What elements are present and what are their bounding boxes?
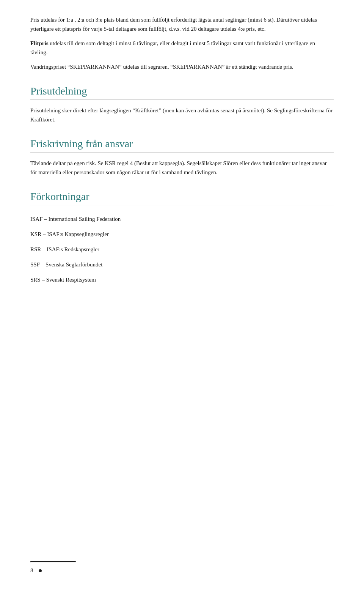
section-friskrivning-divider xyxy=(30,152,334,153)
section-friskrivning-text1: Tävlande deltar på egen risk. Se KSR reg… xyxy=(30,159,334,177)
section-prisutdelning-text: Prisutdelning sker direkt efter långsegl… xyxy=(30,106,334,124)
section-forkortningar: Förkortningar ISAF – International Saili… xyxy=(30,191,334,287)
section-friskrivning-heading: Friskrivning från ansvar xyxy=(30,138,334,150)
section-prisutdelning: Prisutdelning Prisutdelning sker direkt … xyxy=(30,85,334,124)
paragraph-skepparkannan: Vandringspriset “SKEPPARKANNAN” utdelas … xyxy=(30,62,334,71)
flitpris-text: utdelas till dem som deltagit i minst 6 … xyxy=(30,40,315,55)
abbreviation-item: SRS – Svenskt Respitsystem xyxy=(30,272,334,287)
skepparkannan-text: Vandringspriset “SKEPPARKANNAN” utdelas … xyxy=(30,64,293,70)
page-number-dot xyxy=(39,569,42,572)
abbreviations-list: ISAF – International Sailing FederationK… xyxy=(30,211,334,287)
flitpris-term: Flitpris xyxy=(30,40,49,46)
section-forkortningar-heading: Förkortningar xyxy=(30,191,334,203)
paragraph-prizes: Pris utdelas för 1:a , 2:a och 3:e plats… xyxy=(30,15,334,33)
page-footer: 8 xyxy=(30,567,42,574)
paragraph-flitpris: Flitpris utdelas till dem som deltagit i… xyxy=(30,39,334,57)
footer-line xyxy=(30,561,76,562)
page: Pris utdelas för 1:a , 2:a och 3:e plats… xyxy=(0,0,364,589)
section-prisutdelning-divider xyxy=(30,99,334,100)
abbreviation-item: RSR – ISAF:s Redskapsregler xyxy=(30,242,334,257)
abbreviation-item: ISAF – International Sailing Federation xyxy=(30,211,334,227)
abbreviation-item: KSR – ISAF:s Kappseglingsregler xyxy=(30,227,334,242)
paragraph-prizes-text: Pris utdelas för 1:a , 2:a och 3:e plats… xyxy=(30,17,317,32)
section-forkortningar-divider xyxy=(30,205,334,205)
abbreviation-item: SSF – Svenska Seglarförbundet xyxy=(30,257,334,272)
section-prisutdelning-heading: Prisutdelning xyxy=(30,85,334,97)
section-friskrivning: Friskrivning från ansvar Tävlande deltar… xyxy=(30,138,334,177)
page-number: 8 xyxy=(30,567,33,574)
